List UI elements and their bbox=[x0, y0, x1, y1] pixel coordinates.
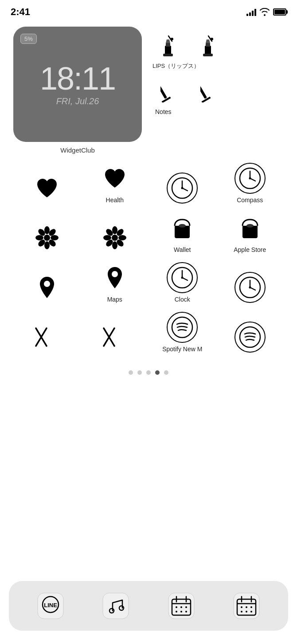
compass-icon-1 bbox=[167, 173, 198, 204]
svg-point-44 bbox=[44, 281, 50, 287]
flower-icon-1 bbox=[31, 222, 63, 253]
spotify-app-1[interactable]: Spotify New M bbox=[148, 312, 216, 353]
dock-music-app[interactable] bbox=[98, 588, 133, 624]
apps-grid: Health bbox=[13, 163, 284, 361]
svg-point-11 bbox=[211, 38, 213, 40]
lips-app-2[interactable] bbox=[191, 31, 226, 62]
lips-app-1[interactable] bbox=[151, 31, 186, 62]
svg-point-33 bbox=[112, 235, 118, 241]
lips-label: LIPS（リップス） bbox=[152, 62, 284, 70]
flower-app-2[interactable] bbox=[81, 222, 149, 253]
clock-label: Clock bbox=[175, 296, 190, 303]
applestore-label: Apple Store bbox=[234, 246, 266, 253]
capcut-app-1[interactable] bbox=[13, 322, 81, 353]
svg-point-36 bbox=[103, 235, 111, 240]
status-icons bbox=[246, 8, 286, 16]
dot-1[interactable] bbox=[129, 370, 133, 375]
svg-point-74 bbox=[176, 611, 177, 613]
svg-point-19 bbox=[181, 187, 184, 189]
svg-point-43 bbox=[246, 224, 254, 228]
svg-point-71 bbox=[176, 606, 177, 608]
clock-icon-2 bbox=[234, 272, 266, 303]
top-section: 5% 18:11 FRI, Jul.26 WidgetClub bbox=[13, 27, 284, 154]
svg-point-58 bbox=[172, 317, 192, 338]
maps-app-2[interactable]: Maps bbox=[81, 262, 149, 303]
wallet-row: Wallet Apple Store bbox=[13, 212, 284, 258]
maps-clock-row: Maps Clock bbox=[13, 262, 284, 307]
maps-app-1[interactable] bbox=[13, 272, 81, 303]
spotify-app-2[interactable] bbox=[216, 322, 284, 353]
status-time: 2:41 bbox=[11, 6, 30, 18]
top-right-icons: LIPS（リップス） bbox=[151, 27, 284, 115]
dock-calendar-2-app[interactable] bbox=[229, 588, 264, 624]
dot-5[interactable] bbox=[164, 370, 168, 375]
svg-point-26 bbox=[44, 241, 50, 249]
wallet-app[interactable]: Wallet bbox=[148, 212, 216, 253]
svg-point-76 bbox=[185, 611, 187, 613]
dock-line-app[interactable]: LINE bbox=[33, 588, 68, 624]
svg-point-34 bbox=[112, 226, 117, 234]
flower-app-1[interactable] bbox=[13, 222, 81, 253]
svg-point-85 bbox=[241, 611, 242, 613]
svg-point-28 bbox=[51, 235, 59, 240]
lips-icon-1 bbox=[153, 31, 184, 62]
dot-3[interactable] bbox=[146, 370, 151, 375]
notes-app-2[interactable] bbox=[191, 77, 226, 108]
dot-2[interactable] bbox=[137, 370, 142, 375]
lips-icon-2 bbox=[193, 31, 224, 62]
health-app-1[interactable] bbox=[13, 173, 81, 204]
svg-point-73 bbox=[185, 606, 187, 608]
health-icon-1 bbox=[31, 173, 63, 204]
compass-app-2[interactable]: Compass bbox=[216, 163, 284, 204]
main-content: 5% 18:11 FRI, Jul.26 WidgetClub bbox=[0, 22, 297, 375]
capcut-spotify-row: Spotify New M bbox=[13, 312, 284, 357]
spotify-icon-2 bbox=[234, 322, 266, 353]
notes-icon-2 bbox=[193, 77, 224, 108]
status-bar: 2:41 bbox=[0, 0, 297, 22]
svg-point-75 bbox=[180, 611, 182, 613]
svg-rect-9 bbox=[203, 54, 213, 56]
health-app-2[interactable]: Health bbox=[81, 163, 149, 204]
svg-point-27 bbox=[35, 235, 43, 240]
wallet-label: Wallet bbox=[174, 246, 191, 253]
clock-app-2[interactable] bbox=[216, 272, 284, 303]
widget-battery-text: 5% bbox=[24, 35, 33, 42]
svg-point-5 bbox=[171, 38, 173, 40]
notes-row bbox=[151, 77, 284, 108]
svg-rect-14 bbox=[200, 86, 207, 99]
widgetclub-widget[interactable]: 5% 18:11 FRI, Jul.26 bbox=[13, 27, 142, 142]
svg-point-83 bbox=[246, 606, 247, 608]
widget-time: 18:11 bbox=[40, 63, 115, 94]
spotify-icon-1 bbox=[167, 312, 198, 343]
dock-calendar-1-app[interactable] bbox=[164, 588, 199, 624]
svg-point-42 bbox=[179, 224, 186, 228]
svg-point-37 bbox=[118, 235, 126, 240]
compass-app-1[interactable] bbox=[148, 173, 216, 204]
flower-icon-2 bbox=[99, 222, 130, 253]
svg-point-87 bbox=[250, 611, 252, 613]
health-icon-2 bbox=[99, 163, 130, 194]
svg-point-72 bbox=[180, 606, 182, 608]
spotify-label: Spotify New M bbox=[162, 346, 202, 353]
svg-point-53 bbox=[249, 287, 251, 289]
svg-point-24 bbox=[44, 235, 50, 241]
health-compass-row: Health bbox=[13, 163, 284, 208]
clock-app-1[interactable]: Clock bbox=[148, 262, 216, 303]
capcut-app-2[interactable] bbox=[81, 322, 149, 353]
widgetclub-label: WidgetClub bbox=[60, 146, 95, 154]
wifi-icon bbox=[260, 8, 270, 16]
svg-point-49 bbox=[181, 277, 184, 279]
maps-label: Maps bbox=[107, 296, 122, 303]
notes-app-1[interactable] bbox=[151, 77, 186, 108]
svg-rect-63 bbox=[103, 593, 129, 619]
dot-4[interactable] bbox=[155, 370, 160, 375]
svg-rect-7 bbox=[206, 43, 210, 47]
svg-text:LINE: LINE bbox=[44, 602, 57, 609]
applestore-app[interactable]: Apple Store bbox=[216, 212, 284, 253]
maps-icon-1 bbox=[31, 272, 63, 303]
svg-point-59 bbox=[240, 327, 260, 347]
compass-label: Compass bbox=[237, 196, 263, 204]
svg-marker-2 bbox=[166, 39, 170, 43]
svg-point-86 bbox=[246, 611, 247, 613]
lips-row bbox=[151, 31, 284, 62]
